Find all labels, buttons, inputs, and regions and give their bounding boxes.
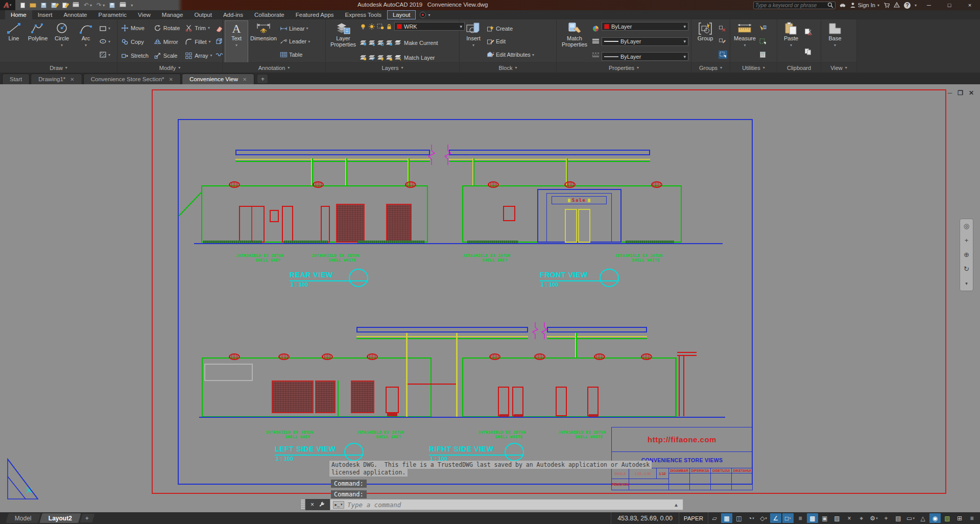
panel-label-block[interactable]: Block▾ [460,62,556,73]
erase-button[interactable] [216,25,223,32]
ribbon-tab-parametric[interactable]: Parametric [93,10,133,19]
layer-sheet-arrow-icon[interactable] [368,40,375,46]
binoculars-icon[interactable] [840,2,846,8]
status-icon-dynamic-input[interactable]: ⌖ [856,513,867,523]
new-file-icon[interactable] [20,3,25,8]
layer-sheet-move-icon[interactable] [368,55,375,61]
group-edit-button[interactable] [719,38,727,45]
quick-calculator-button[interactable] [759,51,767,58]
base-button[interactable]: Base ▾ [824,21,846,62]
insert-button[interactable]: Insert ▾ [462,21,485,62]
redo-icon[interactable]: ↷▾ [97,3,105,8]
linetype-dropdown[interactable]: ByLayer ▾ [602,52,688,61]
status-icon-polar-tracking[interactable]: ◔▾ [746,513,757,523]
status-icon-hardware-acceleration[interactable]: ◉ [929,513,941,523]
model-tab[interactable]: Model [6,513,40,523]
status-icon-quick-properties[interactable]: ▭▾ [905,513,916,523]
zoom-icon[interactable]: ⊕ [964,251,969,258]
file-tab-drawing1[interactable]: Drawing1*✕ [31,74,82,84]
status-icon-isolate-objects[interactable]: △ [917,513,928,523]
make-current-button[interactable]: Make Current [404,40,438,46]
sheet-set-icon[interactable] [109,3,115,8]
mirror-button[interactable]: Mirror [154,38,180,45]
status-icon-gizmo[interactable]: × [844,513,855,523]
autocad-logo[interactable]: A▾ [0,0,15,10]
layer-sheet-unlock-icon[interactable] [386,55,393,61]
viewport-close-icon[interactable]: ✕ [969,89,974,97]
dimension-button[interactable]: Dimension [249,21,278,62]
panel-label-annotation[interactable]: Annotation▾ [223,62,325,73]
panel-label-view[interactable]: View▾ [821,62,856,73]
status-icon-units[interactable]: ▤ [893,513,904,523]
maximize-button[interactable]: □ [939,0,960,10]
color-wheel-icon[interactable] [592,25,600,32]
ellipse-button[interactable]: ▾ [99,38,110,45]
status-icon-selection-cycling[interactable]: ▣ [819,513,830,523]
navbar-menu-icon[interactable]: ▾ [965,280,968,287]
table-button[interactable]: Table [280,51,310,58]
linear-dimension-button[interactable]: Linear▾ [280,25,310,32]
layer-dropdown[interactable]: WRK ▾ [394,22,465,31]
new-layout-button[interactable]: + [80,514,94,522]
match-layer-button[interactable]: Match Layer [404,55,435,61]
stretch-button[interactable]: Stretch [121,52,149,59]
linetype-list-icon[interactable] [592,51,600,58]
arc-button[interactable]: Arc ▾ [75,21,97,62]
layer-properties-button[interactable]: Layer Properties [328,21,358,62]
status-icon-lineweight-display[interactable]: ≡ [795,513,806,523]
ribbon-tab-home[interactable]: Home [5,10,32,19]
panel-label-layers[interactable]: Layers▾ [326,62,459,73]
alert-icon[interactable] [894,2,900,8]
save-icon[interactable] [41,3,46,8]
ungroup-button[interactable] [719,25,727,32]
navigation-wheel-icon[interactable]: ◎ [964,223,969,230]
copy-clip-button[interactable] [804,48,812,55]
measure-button[interactable]: Measure ▾ [733,21,757,62]
rotate-button[interactable]: Rotate [154,25,180,32]
status-icon-clean-screen[interactable]: ⊞ [954,513,965,523]
text-button[interactable]: A Text ▾ [225,21,248,62]
status-icon-object-snap[interactable]: □▾ [782,513,794,523]
cart-icon[interactable] [883,2,890,8]
object-color-dropdown[interactable]: ByLayer ▾ [602,22,688,31]
match-properties-button[interactable]: Match Properties [559,21,590,62]
new-drawing-tab-button[interactable]: + [257,75,268,83]
sign-in-button[interactable]: Sign In ▾ [850,2,879,8]
paste-button[interactable]: Paste ▾ [780,21,802,62]
panel-label-properties[interactable]: Properties▾ [557,62,691,73]
trim-button[interactable]: Trim▾ [185,25,212,32]
ribbon-display-toggle-icon[interactable]: ▾ [428,13,430,17]
layer-viewport-freeze-icon[interactable] [377,23,384,30]
open-folder-icon[interactable] [30,3,36,8]
layer-lock-icon[interactable] [386,23,393,30]
panel-label-groups[interactable]: Groups▾ [691,62,730,73]
move-button[interactable]: Move [121,25,149,32]
status-icon-graphics-performance[interactable]: ▧ [942,513,953,523]
ribbon-tab-layout[interactable]: Layout [387,10,416,19]
autodesk-app-icon[interactable] [420,12,426,18]
group-selection-toggle[interactable] [719,51,727,59]
status-icon-transparency[interactable]: ▩ [807,513,818,523]
line-button[interactable]: Line [3,21,25,62]
drawing-viewport[interactable]: ─ ❐ ✕ Sale JOTASHIELD EX JOTUNSHELL GREY [0,84,980,512]
layer-sheet-freeze-icon[interactable] [377,40,384,46]
plot-preview-icon[interactable] [119,3,126,7]
viewport-minimize-icon[interactable]: ─ [948,89,952,97]
ribbon-tab-output[interactable]: Output [188,10,218,19]
close-icon[interactable]: ✕ [169,77,173,82]
status-icon-workspace-switching[interactable]: ⚙▾ [868,513,879,523]
status-icon-grid-display[interactable]: ▦ [721,513,732,523]
command-drag-handle[interactable] [300,499,305,510]
command-line-bar[interactable]: × ▸_▾ ▲ [300,499,683,510]
orbit-icon[interactable]: ↻ [964,266,969,273]
layer-sheet-sun-icon[interactable] [377,55,384,61]
paper-space-toggle[interactable]: PAPER [679,512,708,524]
status-icon-isometric-drafting[interactable]: ◇▾ [758,513,769,523]
search-icon[interactable] [827,2,833,8]
ribbon-tab-featured-apps[interactable]: Featured Apps [290,10,340,19]
layer-thaw-icon[interactable] [368,23,375,30]
viewport-restore-icon[interactable]: ❐ [958,89,963,97]
id-point-button[interactable] [759,38,767,45]
circle-button[interactable]: Circle ▾ [51,21,73,62]
offset-button[interactable] [216,51,223,58]
